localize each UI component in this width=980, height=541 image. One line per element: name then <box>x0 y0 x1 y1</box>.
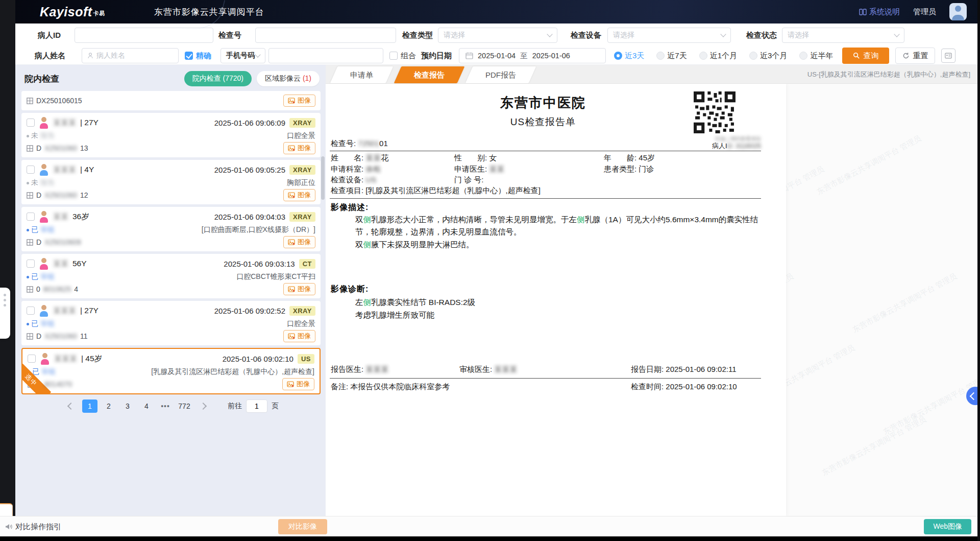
item-checkbox[interactable] <box>27 166 35 174</box>
image-icon <box>287 381 294 387</box>
grid-icon <box>27 145 33 152</box>
app-logo-suffix: 卡易 <box>93 10 105 16</box>
reset-button[interactable]: 重置 <box>895 48 935 64</box>
report-exam-no: 检查号: 7250101 <box>331 139 388 149</box>
left-edge-strip <box>0 0 15 516</box>
exam-list-item[interactable]: 某某某 | 27Y 2025-01-06 09:06:09 XRAY 未报告 口… <box>21 113 321 157</box>
review-doctor: 审核医生: 某某某 <box>459 365 517 374</box>
modality-badge: US <box>298 354 314 364</box>
patient-id-input[interactable] <box>75 28 213 43</box>
exam-type-label: 检查类型 <box>402 31 433 40</box>
image-icon <box>288 192 295 198</box>
image-button[interactable]: 图像 <box>282 378 314 390</box>
page-button-772[interactable]: 772 <box>177 399 192 413</box>
report-tab-bar: 申请单检查报告PDF报告 US-[乳腺及其引流区淋巴结彩超（乳腺中心）,超声检查… <box>326 64 977 84</box>
report-paragraph: 左侧乳腺囊实性结节 BI-RADS:2级 <box>355 296 764 309</box>
image-button[interactable]: 图像 <box>283 95 315 107</box>
system-help-link[interactable]: 系统说明 <box>859 7 900 17</box>
patient-gender-avatar <box>39 116 49 129</box>
exam-list-item-partial[interactable]: DX250106015 图像 <box>21 91 321 110</box>
page-button-3[interactable]: 3 <box>120 399 135 413</box>
search-icon <box>853 52 860 59</box>
exam-status-select[interactable]: 请选择 <box>782 28 904 43</box>
item-checkbox[interactable] <box>28 355 36 363</box>
device-select[interactable]: 请选择 <box>607 28 731 43</box>
exam-datetime: 2025-01-06 09:06:09 <box>214 119 285 127</box>
search-button[interactable]: 查询 <box>842 48 889 64</box>
pagination: 1234•••772 前往 页 <box>21 399 321 413</box>
exam-list-item[interactable]: 选中 某某某 | 45岁 2025-01-06 09:02:10 US 已审核 … <box>21 348 321 394</box>
exam-type-select[interactable]: 请选择 <box>438 28 557 43</box>
list-scrollbar[interactable] <box>321 156 325 200</box>
compare-guide-link[interactable]: 对比操作指引 <box>5 522 61 532</box>
patient-name-input[interactable]: 病人姓名 <box>82 48 179 63</box>
quick-range-option-1[interactable]: 近7天 <box>656 51 687 61</box>
page-button-2[interactable]: 2 <box>101 399 116 413</box>
combo-checkbox[interactable] <box>389 52 398 60</box>
exam-no-input[interactable] <box>255 28 396 43</box>
layout-toggle-button[interactable] <box>941 49 955 63</box>
user-avatar[interactable] <box>949 3 967 20</box>
quick-range-option-2[interactable]: 近1个月 <box>699 51 737 61</box>
report-tab-2[interactable]: PDF报告 <box>469 66 532 83</box>
image-button[interactable]: 图像 <box>283 283 315 295</box>
exact-match-label: 精确 <box>196 51 211 61</box>
modality-badge: XRAY <box>289 118 315 128</box>
exam-list-panel: 院内检查 院内检查 (7720) 区域影像云 (1) DX250106015 图… <box>15 64 326 516</box>
watermark-text: 东营市影像云共享调阅平台 管理员 <box>881 373 977 437</box>
exam-list-item[interactable]: 某某 36岁 2025-01-06 09:04:03 XRAY 已审核 [口腔曲… <box>21 207 321 251</box>
exam-list-item[interactable]: 某某某 | 4Y 2025-01-06 09:05:25 XRAY 未报告 胸部… <box>21 160 321 204</box>
prev-page-button[interactable] <box>63 399 79 413</box>
current-user-name[interactable]: 管理员 <box>913 7 936 17</box>
image-button[interactable]: 图像 <box>283 142 315 154</box>
radio-icon <box>614 52 622 60</box>
bottom-toolbar: 对比操作指引 对比影像 Web图像 <box>0 516 977 537</box>
id-card-icon <box>945 52 952 59</box>
report-status: 未报告 <box>27 131 55 140</box>
patient-name-blurred: 某某某 <box>53 118 76 128</box>
exam-list-item[interactable]: 某某某 | 27Y 2025-01-06 09:02:52 XRAY 已审核 口… <box>21 301 321 345</box>
patient-gender-avatar <box>39 163 49 176</box>
appointment-date-label: 预约日期 <box>421 51 452 61</box>
quick-range-option-3[interactable]: 近3个月 <box>749 51 787 61</box>
tab-regional-cloud[interactable]: 区域影像云 (1) <box>257 71 320 86</box>
image-button[interactable]: 图像 <box>283 189 315 201</box>
item-checkbox[interactable] <box>27 307 35 315</box>
quick-range-option-0[interactable]: 近3天 <box>614 51 644 61</box>
date-to-value[interactable]: 2025-01-06 <box>532 52 570 60</box>
exam-id: DX25010609 <box>27 238 84 246</box>
report-tab-1[interactable]: 检查报告 <box>398 66 461 83</box>
compare-drawer-handle[interactable] <box>0 288 10 339</box>
web-image-button[interactable]: Web图像 <box>924 519 971 534</box>
grid-icon <box>27 192 33 199</box>
page-goto-input[interactable] <box>246 399 267 413</box>
phone-number-input[interactable] <box>268 48 383 63</box>
item-checkbox[interactable] <box>27 260 35 268</box>
patient-age: | 4Y <box>80 165 94 174</box>
patient-name-blurred: 某某 <box>53 212 68 222</box>
report-doctor: 报告医生: 某某某 <box>331 365 388 374</box>
chevron-down-icon <box>894 31 899 37</box>
date-range-picker[interactable]: 2025-01-04 至 2025-01-06 <box>459 48 606 63</box>
modality-badge: XRAY <box>289 212 315 222</box>
item-checkbox[interactable] <box>27 213 35 221</box>
field-patient-type: 患者类型: 门诊 <box>604 164 654 174</box>
exact-match-checkbox[interactable] <box>185 52 193 60</box>
image-button[interactable]: 图像 <box>283 330 315 342</box>
chevron-down-icon <box>547 31 552 37</box>
compare-images-button[interactable]: 对比影像 <box>278 519 327 534</box>
report-tab-0[interactable]: 申请单 <box>334 66 389 83</box>
app-logo: Kayisoft卡易 <box>40 5 105 19</box>
date-from-value[interactable]: 2025-01-04 <box>478 52 516 60</box>
tab-internal-exams[interactable]: 院内检查 (7720) <box>184 71 252 86</box>
item-checkbox[interactable] <box>27 119 35 127</box>
next-page-button[interactable] <box>195 399 211 413</box>
exam-list-item[interactable]: 某某 56Y 2025-01-06 09:03:13 CT 已审核 口腔CBCT… <box>21 254 321 298</box>
page-button-1[interactable]: 1 <box>82 399 97 413</box>
report-paragraph: 考虑乳腺增生所致可能 <box>355 309 764 321</box>
quick-range-option-4[interactable]: 近半年 <box>799 51 833 61</box>
page-button-4[interactable]: 4 <box>139 399 154 413</box>
phone-field-select[interactable]: 手机号码 <box>220 48 265 63</box>
image-button[interactable]: 图像 <box>283 236 315 248</box>
page-button-moremoremore[interactable]: ••• <box>158 399 173 413</box>
